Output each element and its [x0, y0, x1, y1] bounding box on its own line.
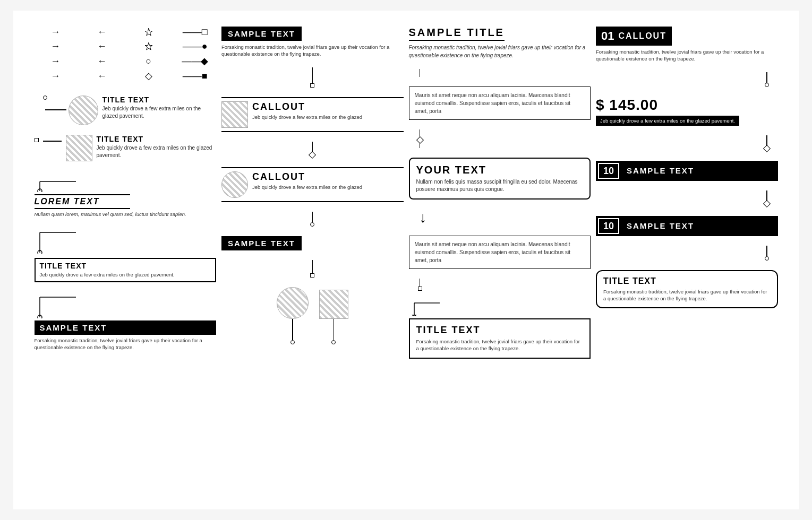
- arrow-left-3: ←: [81, 56, 123, 67]
- col2-sample-top: SAMPLE TEXT Forsaking monastic tradition…: [221, 27, 404, 58]
- arrow-left-1: ←: [81, 27, 123, 38]
- circle-stick-base: [290, 340, 295, 344]
- col3-title-box-body: Forsaking monastic tradition, twelve jov…: [416, 338, 584, 352]
- circle-icon-3: ○: [127, 56, 170, 67]
- arrow-right-2: →: [35, 41, 77, 52]
- lorem-block: LOREM TEXT Nullam quam lorem, maximus ve…: [35, 171, 217, 218]
- star-icon-2: [127, 42, 170, 51]
- col4-connector-1: [596, 72, 778, 87]
- col4-sample2: 10 SAMPLE TEXT: [596, 216, 778, 236]
- col3-sample-title: SAMPLE TITLE: [409, 27, 505, 41]
- col4-title-rounded-body: Forsaking monastic tradition, twelve jov…: [603, 288, 771, 302]
- col2-sample-mid-label: SAMPLE TEXT: [221, 236, 302, 250]
- arrow-right-4: →: [35, 71, 77, 82]
- col3-sample-body: Forsaking monastic tradition, twelve jov…: [409, 44, 591, 59]
- callout1-body: Jeb quickly drove a few extra miles on t…: [252, 114, 362, 120]
- square-stick-base: [331, 340, 336, 344]
- column-3: SAMPLE TITLE Forsaking monastic traditio…: [409, 27, 591, 493]
- title-line-svg: [35, 227, 77, 254]
- callout2-body: Jeb quickly drove a few extra miles on t…: [252, 184, 362, 190]
- sample-text-block-1: SAMPLE TEXT Forsaking monastic tradition…: [35, 292, 217, 351]
- title-text-inner: TITLE TEXT Jeb quickly drove a few extra…: [35, 258, 217, 282]
- col3-your-text-box: YOUR TEXT Nullam non felis quis massa su…: [409, 158, 591, 200]
- circle-stick: [292, 319, 293, 340]
- col2-callout-2: CALLOUT Jeb quickly drove a few extra mi…: [221, 167, 404, 202]
- square-on-stick: [319, 290, 348, 344]
- line-dot-2: ——●: [174, 41, 216, 52]
- col4-title-rounded: TITLE TEXT Forsaking monastic tradition,…: [596, 270, 778, 309]
- square-stick: [334, 319, 335, 340]
- main-canvas: → ← ——□ → ← ——● → ← ○ ——◆ → ← ◇ ——■: [13, 11, 799, 509]
- col3-your-text-title: YOUR TEXT: [416, 164, 584, 176]
- col3-flow-box-1: Mauris sit amet neque non arcu aliquam l…: [409, 86, 591, 120]
- col3-sample-title-block: SAMPLE TITLE Forsaking monastic traditio…: [409, 27, 591, 59]
- col4-sample1-label: SAMPLE TEXT: [621, 166, 699, 175]
- line-diamond-3: ——◆: [174, 55, 216, 67]
- lorem-title: LOREM TEXT: [35, 197, 100, 206]
- col4-connector-4: [596, 246, 778, 261]
- col4-price-block: $ 145.00 Jeb quickly drove a few extra m…: [596, 97, 778, 126]
- col4-title-rounded-title: TITLE TEXT: [603, 276, 771, 286]
- callout1-icon: [221, 101, 248, 128]
- col4-callout01-header: 01 CALLOUT: [596, 27, 672, 46]
- sample-line-svg: [35, 292, 77, 318]
- col3-title-box: TITLE TEXT Forsaking monastic tradition,…: [409, 318, 591, 359]
- col4-callout01-label: CALLOUT: [618, 31, 666, 41]
- square-checker: [319, 290, 348, 319]
- col3-flow2-body: Mauris sit amet neque non arcu aliquam l…: [415, 240, 585, 264]
- column-1: → ← ——□ → ← ——● → ← ○ ——◆ → ← ◇ ——■: [35, 27, 217, 493]
- circle-callout-block: TITLE TEXT Jeb quickly drove a few extra…: [35, 96, 217, 125]
- arrow-left-4: ←: [81, 71, 123, 82]
- col4-price-value: $ 145.00: [596, 97, 778, 114]
- col4-sample2-num: 10: [598, 218, 619, 234]
- col4-callout01-body: Forsaking monastic tradition, twelve jov…: [596, 48, 778, 63]
- connector-2: [221, 142, 404, 158]
- col3-your-text-body: Nullam non felis quis massa suscipit fri…: [416, 178, 584, 193]
- callout2-icon: [221, 171, 248, 198]
- diamond-icon-4: ◇: [127, 70, 170, 82]
- col4-sample2-label: SAMPLE TEXT: [621, 221, 699, 230]
- col3-title-box-title: TITLE TEXT: [416, 325, 584, 336]
- arrow-left-2: ←: [81, 41, 123, 52]
- arrow-right-3: →: [35, 56, 77, 67]
- shapes-row: [221, 287, 404, 344]
- col2-callout-1: CALLOUT Jeb quickly drove a few extra mi…: [221, 97, 404, 132]
- title-text-block-1: TITLE TEXT Jeb quickly drove a few extra…: [35, 227, 217, 282]
- col3-title-box-block: TITLE TEXT Forsaking monastic tradition,…: [409, 300, 591, 359]
- col3-connector-2: [409, 129, 591, 148]
- star-icon-1: [127, 28, 170, 37]
- column-4: 01 CALLOUT Forsaking monastic tradition,…: [596, 27, 778, 493]
- callout1-label: CALLOUT: [252, 101, 362, 112]
- line-square-filled-4: ——■: [174, 71, 216, 82]
- col3-flow-box-2: Mauris sit amet neque non arcu aliquam l…: [409, 236, 591, 269]
- line-square-1: ——□: [174, 27, 216, 38]
- arrow-right-1: →: [35, 27, 77, 38]
- connector-3: [221, 212, 404, 227]
- col4-callout01-num: 01: [601, 29, 614, 43]
- col3-flow1-body: Mauris sit amet neque non arcu aliquam l…: [415, 91, 585, 115]
- col4-sample1: 10 SAMPLE TEXT: [596, 161, 778, 181]
- circle-icon: [69, 96, 98, 125]
- sample-dark-label: SAMPLE TEXT: [35, 320, 217, 335]
- col3-line-svg: [409, 300, 441, 316]
- arrow-grid: → ← ——□ → ← ——● → ← ○ ——◆ → ← ◇ ——■: [35, 27, 217, 82]
- circle-on-stick: [277, 287, 309, 344]
- sample-dark-body: Forsaking monastic tradition, twelve jov…: [35, 337, 217, 351]
- col4-connector-3: [596, 190, 778, 206]
- col4-callout01-block: 01 CALLOUT Forsaking monastic tradition,…: [596, 27, 778, 63]
- callout2-label: CALLOUT: [252, 171, 362, 183]
- col4-sample1-num: 10: [598, 163, 619, 179]
- col3-connector-1: [409, 69, 591, 77]
- col2-sample-label: SAMPLE TEXT: [221, 27, 302, 41]
- col2-sample-mid: SAMPLE TEXT: [221, 236, 404, 250]
- lorem-body: Nullam quam lorem, maximus vel quam sed,…: [35, 211, 217, 218]
- square-callout-text: TITLE TEXT Jeb quickly drove a few extra…: [97, 135, 217, 159]
- connector-4: [221, 260, 404, 278]
- col3-connector-3: [409, 279, 591, 291]
- col4-price-desc: Jeb quickly drove a few extra miles on t…: [596, 116, 739, 126]
- connector-1: [221, 67, 404, 88]
- col2-sample-body: Forsaking monastic tradition, twelve jov…: [221, 44, 404, 58]
- column-2: SAMPLE TEXT Forsaking monastic tradition…: [221, 27, 404, 493]
- square-icon: [66, 135, 92, 161]
- col4-connector-2: [596, 135, 778, 151]
